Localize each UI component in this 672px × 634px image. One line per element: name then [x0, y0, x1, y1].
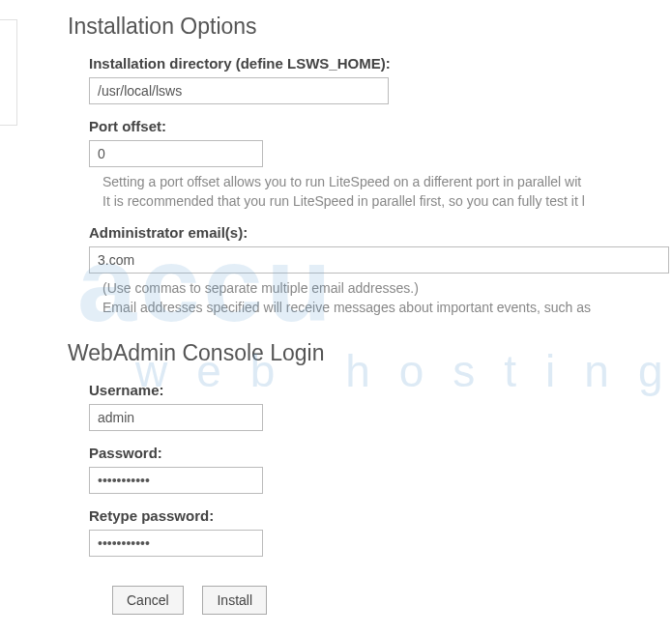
- cancel-button[interactable]: Cancel: [112, 586, 184, 615]
- password-input[interactable]: [89, 467, 263, 494]
- retype-password-input[interactable]: [89, 530, 263, 557]
- port-offset-input[interactable]: [89, 140, 263, 167]
- install-directory-input[interactable]: [89, 77, 389, 104]
- retype-password-label: Retype password:: [89, 507, 672, 524]
- installation-options-title: Installation Options: [68, 14, 672, 40]
- username-input[interactable]: [89, 404, 263, 431]
- admin-email-input[interactable]: [89, 246, 669, 274]
- port-offset-label: Port offset:: [89, 118, 672, 134]
- left-sidebar-edge: [0, 19, 17, 126]
- admin-email-label: Administrator email(s):: [89, 224, 672, 241]
- install-button[interactable]: Install: [202, 586, 267, 615]
- username-label: Username:: [89, 382, 672, 398]
- port-offset-help: Setting a port offset allows you to run …: [102, 173, 672, 211]
- admin-email-help: (Use commas to separate multiple email a…: [102, 279, 672, 317]
- install-directory-label: Installation directory (define LSWS_HOME…: [89, 55, 672, 72]
- webadmin-login-title: WebAdmin Console Login: [68, 340, 672, 366]
- password-label: Password:: [89, 445, 672, 461]
